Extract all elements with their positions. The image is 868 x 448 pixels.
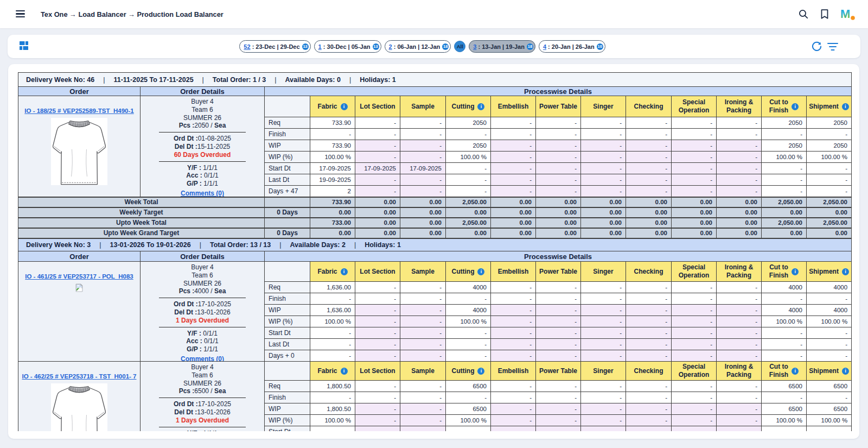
svg-text:M: M bbox=[840, 7, 850, 21]
